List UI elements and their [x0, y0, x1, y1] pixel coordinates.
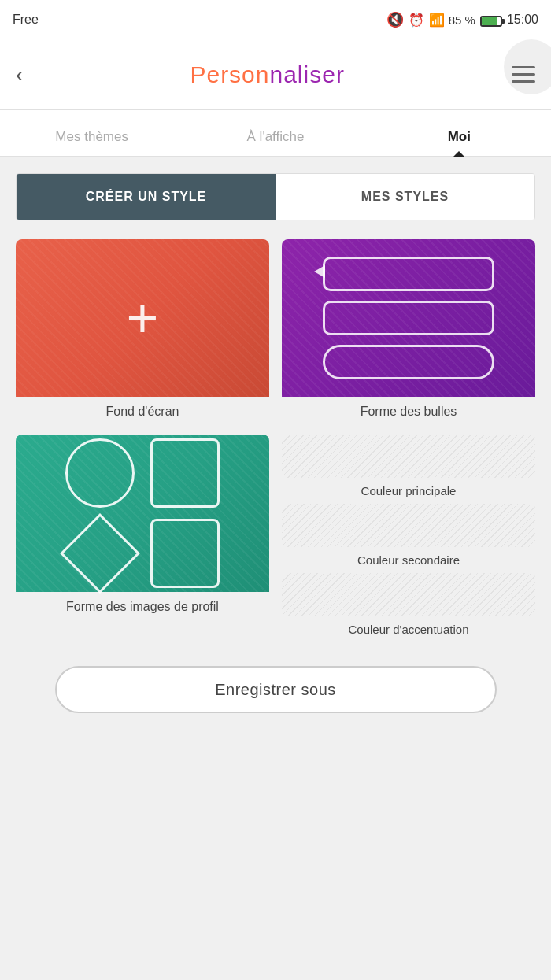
- bubble-shape-bot: [323, 345, 494, 379]
- bubble-shape-top: [323, 257, 494, 291]
- forme-bulles-label: Forme des bulles: [282, 397, 535, 422]
- couleur-secondaire-swatch: [282, 504, 535, 547]
- couleur-accentuation-label: Couleur d'accentuation: [282, 616, 535, 639]
- main-content: CRÉER UN STYLE MES STYLES + Fond d'écran…: [0, 157, 551, 737]
- couleur-accentuation-card[interactable]: Couleur d'accentuation: [282, 573, 535, 639]
- style-toggle: CRÉER UN STYLE MES STYLES: [16, 173, 535, 220]
- shape-diamond-wrapper: [65, 519, 135, 588]
- tab-a-laffiche[interactable]: À l'affiche: [183, 129, 367, 156]
- fond-ecran-image: +: [16, 239, 269, 397]
- couleur-principale-label: Couleur principale: [282, 478, 535, 501]
- plus-icon: +: [127, 290, 159, 346]
- tab-mes-themes[interactable]: Mes thèmes: [0, 129, 183, 156]
- mes-styles-button[interactable]: MES STYLES: [276, 174, 534, 220]
- forme-bulles-image: [282, 239, 535, 397]
- carrier-label: Free: [13, 13, 39, 27]
- avatar: [504, 39, 551, 94]
- forme-profil-card[interactable]: Forme des images de profil: [16, 435, 269, 642]
- couleur-secondaire-label: Couleur secondaire: [282, 547, 535, 570]
- forme-profil-label: Forme des images de profil: [16, 592, 269, 617]
- tab-moi[interactable]: Moi: [368, 129, 551, 156]
- mute-icon: 🔇: [386, 11, 404, 28]
- couleur-principale-card[interactable]: Couleur principale: [282, 435, 535, 501]
- top-cards-grid: + Fond d'écran Forme des bulles: [16, 239, 535, 422]
- shape-rect-top: [150, 438, 220, 508]
- creer-style-button[interactable]: CRÉER UN STYLE: [17, 174, 276, 220]
- couleur-accentuation-swatch: [282, 573, 535, 616]
- bottom-grid: Forme des images de profil Couleur princ…: [16, 435, 535, 642]
- header: ‹ Personnaliser: [0, 39, 551, 110]
- couleur-principale-swatch: [282, 435, 535, 478]
- battery-percent: 85 %: [449, 13, 475, 27]
- save-button[interactable]: Enregistrer sous: [55, 666, 497, 713]
- alarm-icon: ⏰: [409, 13, 424, 28]
- time-label: 15:00: [507, 13, 538, 27]
- fond-ecran-label: Fond d'écran: [16, 397, 269, 422]
- status-bar: Free 🔇 ⏰ 📶 85 % 15:00: [0, 0, 551, 39]
- shapes-row-top: [65, 438, 220, 508]
- shape-rect-bottom: [150, 519, 220, 588]
- status-right: 🔇 ⏰ 📶 85 % 15:00: [386, 11, 538, 28]
- battery-icon: [480, 13, 502, 26]
- shape-circle: [65, 438, 135, 508]
- shapes-row-bottom: [65, 519, 220, 588]
- couleur-secondaire-card[interactable]: Couleur secondaire: [282, 504, 535, 570]
- back-button[interactable]: ‹: [16, 62, 23, 87]
- bubble-shape-mid: [323, 301, 494, 335]
- shape-diamond: [60, 513, 140, 594]
- signal-icon: 📶: [429, 13, 444, 28]
- forme-bulles-card[interactable]: Forme des bulles: [282, 239, 535, 422]
- fond-ecran-card[interactable]: + Fond d'écran: [16, 239, 269, 422]
- forme-profil-image: [16, 435, 269, 592]
- colors-column: Couleur principale Couleur secondaire Co…: [282, 435, 535, 642]
- tab-bar: Mes thèmes À l'affiche Moi: [0, 110, 551, 157]
- header-title: Personnaliser: [190, 61, 344, 88]
